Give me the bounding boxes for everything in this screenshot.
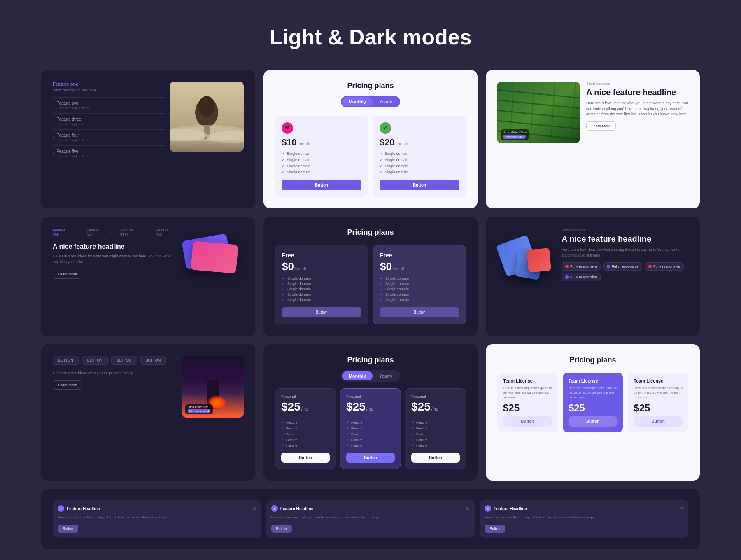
dark-toggle[interactable]: Monthly Yearly: [341, 370, 401, 382]
three-price-3: Personal $25 /mo ✓Feature ✓Feature ✓Feat…: [405, 388, 466, 469]
nice-desc: Here are a few ideas for what you might …: [586, 100, 688, 117]
tag-dot-2: [607, 265, 610, 268]
free-feature-2-5: ✓Single domain: [380, 298, 459, 302]
shape-red: [527, 248, 551, 273]
notif-card-2: ● Feature Headline ✕ Here is a message t…: [266, 500, 475, 538]
notif-btn-2[interactable]: Button: [271, 525, 292, 533]
free-feature-2-1: ✓Single domain: [380, 276, 459, 280]
showcase-btn-1[interactable]: BUTTON: [53, 356, 79, 365]
team-btn-1[interactable]: Button: [503, 416, 552, 427]
card-team-pricing: Pricing plans Team License Here is a mes…: [486, 344, 700, 481]
breadcrumb-4[interactable]: Feature four: [156, 228, 171, 236]
feature-item-3[interactable]: › Feature four Short description here: [53, 129, 165, 145]
notif-body-3: Here is a message that's going to be two…: [485, 515, 683, 520]
team-price-card-1: Team License Here is a message that's go…: [497, 373, 558, 432]
showcase-btn-4[interactable]: BUTTON: [140, 356, 166, 365]
showcase-btn-2[interactable]: BUTTON: [82, 356, 108, 365]
notif-card-3: ● Feature Headline ✕ Here is a message t…: [480, 500, 688, 538]
feature-desc-2: Short description here: [56, 122, 89, 126]
feature-desc-1: Short description here: [56, 106, 89, 110]
free-feature-2-3: ✓Single domain: [380, 287, 459, 291]
free-btn-2[interactable]: Button: [380, 307, 459, 317]
page-title: Light & Dark modes: [269, 25, 471, 49]
team-btn-2[interactable]: Button: [569, 416, 618, 427]
free-feature-2-4: ✓Single domain: [380, 292, 459, 296]
feature-item-1[interactable]: › Feature two Short description here: [53, 97, 165, 113]
feature-desc-3: Short description here: [56, 138, 89, 142]
dark-price-btn-3[interactable]: Button: [411, 453, 460, 463]
feature-label-1: Feature two: [56, 101, 89, 105]
free-card-1: Free $0 /month ✓Single domain ✓Single do…: [275, 245, 368, 324]
price-btn-1[interactable]: Button: [282, 180, 361, 190]
breadcrumb-arrow-2: ›: [110, 228, 112, 236]
price-feature-1-1: ✓Single domain: [282, 151, 361, 156]
notif-close-3[interactable]: ✕: [679, 506, 683, 511]
price-btn-2[interactable]: Button: [380, 180, 459, 190]
free-feature-1-2: ✓Single domain: [282, 282, 361, 286]
personal-label-1: Personal: [281, 394, 330, 399]
free-feature-1-1: ✓Single domain: [282, 276, 361, 280]
chevron-icon: ›: [53, 103, 54, 108]
notif-title-3: ● Feature Headline: [485, 505, 527, 512]
feature-list-left: Feature one Short description line here.…: [53, 82, 170, 197]
foggy-landscape-image: [170, 82, 244, 152]
yearly-toggle[interactable]: Yearly: [373, 97, 399, 106]
yearly-toggle-8[interactable]: Yearly: [373, 371, 399, 380]
toggle-group[interactable]: Monthly Yearly: [341, 96, 401, 107]
price-period-1: /month: [298, 142, 310, 146]
notif-header-3: ● Feature Headline ✕: [485, 505, 683, 512]
breadcrumb-1[interactable]: Feature one: [53, 228, 68, 236]
notif-card-1: ● Feature Headline ✕ Here is a message t…: [53, 500, 261, 538]
price-card-1: ❤ $10 /month ✓Single domain ✓Single doma…: [275, 116, 368, 197]
team-license-2: Team License: [569, 378, 618, 383]
chevron-icon: ›: [53, 135, 54, 140]
monthly-toggle[interactable]: Monthly: [342, 97, 373, 106]
price-amount-1: $10: [282, 137, 297, 148]
fire-image: John Adam Doe Recommended: [182, 356, 244, 418]
notif-icon-3: ●: [485, 505, 491, 512]
breadcrumb-arrow-3: ›: [145, 228, 147, 236]
free-price-2: $0: [380, 260, 392, 273]
team-btn-3[interactable]: Button: [634, 416, 683, 427]
breadcrumb-2[interactable]: Feature two: [86, 228, 101, 236]
notif-icon-1: ●: [58, 505, 64, 512]
card4-left: Feature one › Feature two › Feature thre…: [53, 228, 171, 324]
dark-price-btn-1[interactable]: Button: [281, 453, 330, 463]
chevron-icon: ›: [53, 152, 54, 156]
nice-headline-dark-6: A nice feature headline: [562, 234, 688, 244]
free-feature-2-2: ✓Single domain: [380, 282, 459, 286]
team-price-3: $25: [634, 402, 683, 414]
notif-btn-1[interactable]: Button: [58, 525, 78, 533]
svg-point-5: [198, 96, 215, 117]
monthly-toggle-8[interactable]: Monthly: [342, 371, 373, 380]
price-feature-1-2: ✓Single domain: [282, 157, 361, 162]
learn-btn-dark[interactable]: Learn More: [53, 270, 82, 279]
team-price-card-3: Team License Here is a message that's go…: [628, 373, 688, 432]
feature-link[interactable]: Feature one: [53, 82, 165, 86]
pricing-title-9: Pricing plans: [569, 356, 616, 364]
feature-item-2[interactable]: › Feature three Short description here: [53, 113, 165, 129]
notif-label-1: Feature Headline: [67, 506, 100, 511]
price-feature-2-4: ✓Single domain: [380, 170, 459, 174]
learn-more-btn[interactable]: Learn More: [586, 121, 616, 131]
notif-icon-2: ●: [271, 505, 278, 512]
chevron-icon: ›: [53, 119, 54, 124]
team-price-row: Team License Here is a message that's go…: [497, 373, 688, 432]
learn-btn-7[interactable]: Learn More: [53, 380, 82, 390]
feature-item-4[interactable]: › Feature five Short description here: [53, 145, 165, 161]
notif-close-2[interactable]: ✕: [466, 506, 470, 511]
notif-title-1: ● Feature Headline: [58, 505, 100, 512]
tag-2: Fully responsive: [603, 262, 642, 271]
price-feature-2-1: ✓Single domain: [380, 151, 459, 156]
team-price-1: $25: [503, 402, 552, 414]
notif-btn-3[interactable]: Button: [485, 525, 505, 533]
card-feature-shapes: Short headline A nice feature headline H…: [486, 217, 700, 336]
feature-label-2: Feature three: [56, 117, 89, 121]
nice-headline: A nice feature headline: [586, 87, 688, 97]
dark-price-btn-2[interactable]: Button: [346, 453, 395, 463]
free-btn-1[interactable]: Button: [282, 307, 361, 317]
breadcrumb: Feature one › Feature two › Feature thre…: [53, 228, 171, 236]
breadcrumb-3[interactable]: Feature three: [120, 228, 137, 236]
showcase-btn-3[interactable]: BUTTON: [111, 356, 137, 365]
notif-close-1[interactable]: ✕: [252, 506, 256, 511]
